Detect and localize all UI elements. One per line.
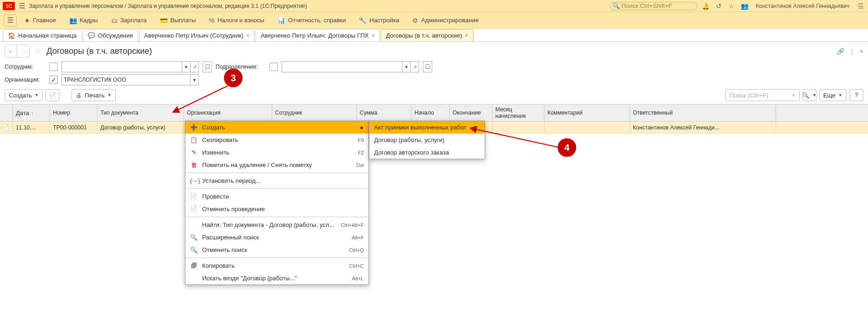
chat-icon: 💬: [88, 32, 95, 39]
close-icon[interactable]: ×: [246, 32, 250, 39]
employee-filter-input[interactable]: ▼ ↗: [61, 61, 199, 72]
help-button[interactable]: ?: [849, 89, 863, 101]
post-icon: 📄: [190, 193, 197, 200]
col-comment[interactable]: Комментарий: [545, 104, 630, 121]
bell-icon[interactable]: 🔔: [701, 2, 710, 10]
refresh-button[interactable]: 📄: [46, 89, 59, 101]
money-icon: 🗂: [111, 17, 118, 24]
tab-chat[interactable]: 💬Обсуждения: [83, 29, 138, 41]
close-icon[interactable]: ×: [371, 32, 375, 39]
separator: [185, 188, 368, 189]
forward-button: →: [17, 45, 29, 57]
sub-akt[interactable]: Акт приемки выполненных работ: [369, 121, 485, 134]
ctx-advsearch[interactable]: 🔍Расширенный поискAlt+F: [185, 231, 368, 244]
chevron-down-icon: ▼: [812, 93, 816, 97]
ext-division-icon[interactable]: ☐: [423, 61, 432, 72]
chevron-down-icon[interactable]: ▼: [190, 75, 198, 85]
col-responsible[interactable]: Ответственный: [630, 104, 776, 121]
col-doctype[interactable]: Тип документа: [98, 104, 184, 121]
menu-icon[interactable]: ☰: [856, 2, 865, 10]
star-icon[interactable]: ☆: [727, 2, 736, 10]
sub-dogovor-author-label: Договор авторского заказа: [374, 149, 449, 156]
section-salary[interactable]: 🗂Зарплата: [105, 12, 153, 29]
col-sum[interactable]: Сумма: [357, 104, 412, 121]
section-settings[interactable]: 🔧Настройка: [352, 12, 406, 29]
unpost-icon: 📄: [190, 206, 197, 213]
link-icon[interactable]: 🔗: [837, 48, 844, 55]
section-tax[interactable]: %Налоги и взносы: [202, 12, 271, 29]
ctx-cancelsearch[interactable]: 🔍Отменить поискCtrl+Q: [185, 244, 368, 256]
ctx-copy2[interactable]: 🗐КопироватьCtrl+C: [185, 259, 368, 272]
create-button[interactable]: Создать▼: [5, 89, 43, 101]
star-icon: ★: [24, 17, 30, 24]
users-icon[interactable]: 👥: [740, 2, 750, 10]
ctx-advsearch-shortcut: Alt+F: [352, 235, 364, 240]
section-admin[interactable]: ⚙Администрирование: [406, 12, 485, 29]
chevron-down-icon[interactable]: ▼: [402, 62, 410, 72]
ctx-unpost[interactable]: 📄Отменить проведение: [185, 203, 368, 215]
global-search-input[interactable]: 🔍 Поиск Ctrl+Shift+F: [609, 2, 697, 10]
col-start[interactable]: Начало: [412, 104, 450, 121]
history-icon[interactable]: ↺: [714, 2, 723, 10]
section-kadry[interactable]: 👥Кадры: [63, 12, 105, 29]
tab-contracts[interactable]: Договоры (в т.ч. авторские)×: [381, 29, 473, 41]
tab-employee[interactable]: Аверченко Петр Ильич (Сотрудник)×: [139, 29, 255, 41]
print-button-label: Печать: [85, 92, 105, 99]
filter-row-2: Организация: ТРАНСЛОГИСТИК ООО ▼: [0, 73, 868, 86]
context-menu[interactable]: ➕Создать 📋СкопироватьF9 ✎ИзменитьF2 🗑Пом…: [185, 121, 369, 285]
section-reports[interactable]: 📊Отчетность, справки: [271, 12, 352, 29]
col-end[interactable]: Окончание: [450, 104, 493, 121]
ctx-searchall-shortcut: Alt+L: [352, 276, 364, 281]
section-payout[interactable]: 💳Выплаты: [153, 12, 203, 29]
ctx-find[interactable]: Найти: Тип документа - Договор (работы, …: [185, 219, 368, 231]
tab-home[interactable]: 🏠Начальная страница: [3, 29, 82, 41]
division-filter-input[interactable]: ▼ ↗: [282, 61, 419, 72]
col-org[interactable]: Организация: [184, 104, 272, 121]
more-icon[interactable]: ⋮: [849, 48, 855, 55]
organization-filter-checkbox[interactable]: [49, 76, 58, 84]
col-date[interactable]: Дата↓: [13, 104, 50, 121]
col-month[interactable]: Месяц начисления: [493, 104, 545, 121]
more-button[interactable]: Еще▼: [819, 89, 847, 101]
section-settings-label: Настройка: [369, 17, 399, 24]
division-filter-checkbox[interactable]: [270, 63, 278, 71]
organization-filter-input[interactable]: ТРАНСЛОГИСТИК ООО ▼: [61, 74, 199, 85]
print-button[interactable]: 🖨Печать▼: [72, 89, 116, 101]
ctx-searchall[interactable]: Искать везде "Договор (работы..."Alt+L: [185, 272, 368, 284]
open-ref-icon[interactable]: ↗: [410, 62, 419, 72]
ctx-copy[interactable]: 📋СкопироватьF9: [185, 134, 368, 146]
current-user[interactable]: Константинов Алексей Геннадьевич: [753, 3, 853, 9]
close-icon[interactable]: ×: [465, 32, 468, 39]
ctx-period[interactable]: (↔)Установить период...: [185, 174, 368, 187]
col-number[interactable]: Номер: [50, 104, 98, 121]
ctx-edit[interactable]: ✎ИзменитьF2: [185, 146, 368, 159]
find-button[interactable]: 🔍▼: [802, 89, 816, 101]
tab-contracts-gph[interactable]: Аверченко Петр Ильич: Договоры ГПХ×: [256, 29, 380, 41]
copy-icon: 📋: [190, 136, 197, 143]
section-menu-icon[interactable]: ☰: [4, 14, 17, 26]
ctx-post[interactable]: 📄Провести: [185, 190, 368, 203]
main-menu-icon[interactable]: ☰: [19, 1, 25, 10]
ctx-create[interactable]: ➕Создать: [185, 121, 368, 134]
ctx-copy2-label: Копировать: [202, 262, 235, 269]
cell-doctype: Договор (работы, услуги): [98, 122, 184, 133]
context-submenu-create[interactable]: Акт приемки выполненных работ Договор (р…: [369, 121, 485, 159]
sub-dogovor-author[interactable]: Договор авторского заказа: [369, 146, 485, 159]
ext-employee-icon[interactable]: ☐: [203, 61, 212, 72]
col-employee[interactable]: Сотрудник: [272, 104, 357, 121]
app-logo: 1C: [3, 2, 15, 10]
more-button-label: Еще: [823, 92, 835, 99]
back-button[interactable]: ←: [5, 45, 17, 57]
chevron-down-icon[interactable]: ▼: [182, 62, 190, 72]
open-ref-icon[interactable]: ↗: [190, 62, 198, 72]
sub-dogovor[interactable]: Договор (работы, услуги): [369, 134, 485, 146]
ctx-deletemark[interactable]: 🗑Пометить на удаление / Снять пометкуDel: [185, 159, 368, 171]
employee-filter-checkbox[interactable]: [49, 63, 58, 71]
section-main[interactable]: ★Главное: [18, 12, 63, 29]
favorite-star-icon[interactable]: ☆: [34, 46, 42, 56]
search-input[interactable]: Поиск (Ctrl+F) ×: [725, 89, 800, 101]
close-page-icon[interactable]: ×: [860, 48, 863, 55]
ctx-copy2-shortcut: Ctrl+C: [349, 263, 364, 269]
organization-filter-value: ТРАНСЛОГИСТИК ООО: [62, 77, 190, 83]
clear-icon[interactable]: ×: [792, 92, 796, 99]
